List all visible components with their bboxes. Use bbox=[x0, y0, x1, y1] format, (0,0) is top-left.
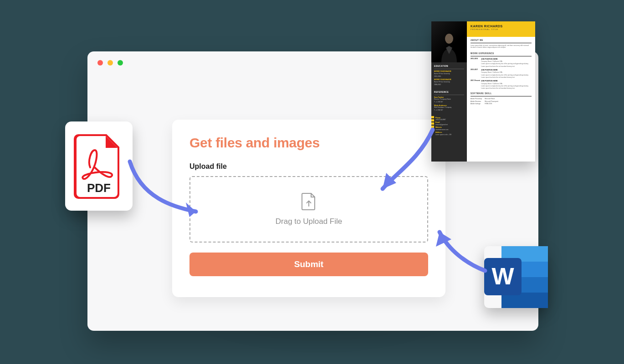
resume-education-heading: EDUCATION bbox=[434, 65, 464, 69]
window-close-dot[interactable] bbox=[97, 60, 103, 66]
submit-button[interactable]: Submit bbox=[189, 253, 428, 276]
pdf-file-icon: PDF bbox=[65, 121, 133, 211]
resume-photo bbox=[431, 21, 467, 62]
svg-point-5 bbox=[445, 34, 453, 44]
dropzone-text: Drag to Upload File bbox=[276, 217, 342, 226]
upload-card: Get files and images Upload file Drag to… bbox=[172, 120, 445, 297]
resume-work-heading: WORK EXPERIENCE bbox=[471, 52, 532, 56]
resume-ref1-phone: T: +1 234 567 bbox=[434, 101, 464, 103]
card-title: Get files and images bbox=[189, 135, 428, 151]
resume-ref2-role: Web Developer / Company bbox=[434, 106, 464, 108]
window-minimize-dot[interactable] bbox=[107, 60, 113, 66]
resume-ref1-role: Director / Company Name bbox=[434, 98, 464, 100]
resume-job: 2017-Present JOB POSITION HERECompany Na… bbox=[471, 80, 532, 89]
resume-subtitle: PROFESSIONAL TITLE bbox=[471, 28, 532, 30]
resume-preview: EDUCATION ENTER YOUR MAJOR Name Of Your … bbox=[431, 21, 535, 162]
resume-edu1-dates: 2012-2015 bbox=[434, 76, 464, 77]
word-letter: W bbox=[491, 263, 514, 289]
resume-edu1-sub: Name Of Your University bbox=[434, 73, 464, 75]
word-file-icon: W bbox=[484, 246, 548, 308]
resume-email-value: urname@gmail.net bbox=[435, 124, 464, 126]
resume-skill-heading: SOFTWARE SKILL bbox=[471, 92, 532, 96]
resume-job: 2015-2017 JOB POSITION HERECompany Name … bbox=[471, 69, 532, 78]
resume-edu2-sub: Name Of Your University bbox=[434, 81, 464, 83]
resume-website-value: urwebsitename.com bbox=[435, 129, 464, 131]
resume-about-heading: ABOUT ME bbox=[471, 39, 532, 43]
resume-edu2-dates: 2008-2012 bbox=[434, 84, 464, 86]
resume-job: 2012-2015 JOB POSITION HERECompany Name … bbox=[471, 58, 532, 67]
resume-address-value: Lorem ipsum circle - #28 bbox=[435, 134, 464, 136]
resume-about-text: Lorem ipsum dolor sit amet, consectetuer… bbox=[471, 45, 532, 48]
upload-file-icon bbox=[301, 192, 317, 212]
resume-phone-value: +014-25-8-6987 bbox=[435, 119, 464, 121]
file-dropzone[interactable]: Drag to Upload File bbox=[189, 176, 428, 243]
resume-reference-heading: REFERENCE bbox=[434, 91, 464, 95]
window-zoom-dot[interactable] bbox=[118, 60, 123, 66]
resume-name: KAREN RICHARDS bbox=[471, 24, 532, 28]
upload-field-label: Upload file bbox=[189, 162, 428, 171]
pdf-label-text: PDF bbox=[87, 181, 111, 195]
resume-ref2-phone: T: +1 234 567 bbox=[434, 109, 464, 111]
